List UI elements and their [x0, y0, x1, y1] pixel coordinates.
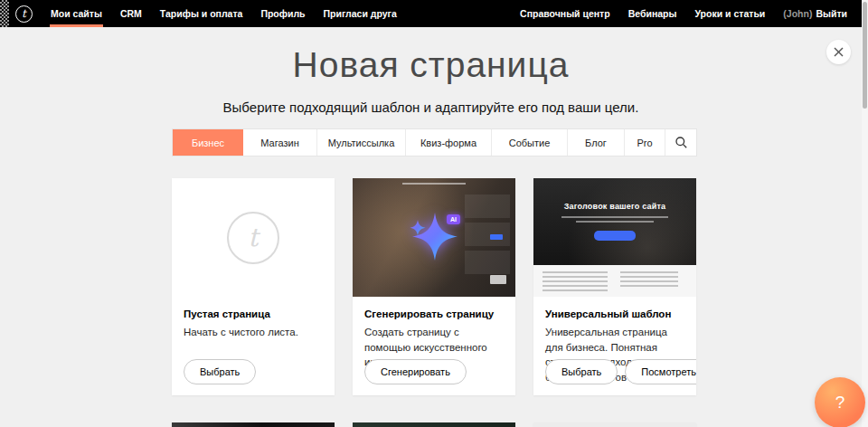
nav-lessons-articles[interactable]: Уроки и статьи: [685, 0, 774, 27]
nav-invite-friend[interactable]: Пригласи друга: [315, 0, 406, 27]
nav-crm[interactable]: CRM: [111, 0, 151, 27]
view-button[interactable]: Посмотреть: [625, 359, 696, 384]
preview-panels: [465, 195, 510, 279]
card-blank-page: t Пустая страница Начать с чистого листа…: [172, 178, 335, 395]
scrollbar-track[interactable]: [862, 0, 868, 427]
nav-profile[interactable]: Профиль: [251, 0, 314, 27]
new-page-screen: t Мои сайты CRM Тарифы и оплата Профиль …: [0, 0, 868, 427]
preview-white-card: [490, 275, 506, 284]
nav-my-sites[interactable]: Мои сайты: [42, 0, 111, 27]
nav-webinars[interactable]: Вебинары: [619, 0, 686, 27]
card-title: Универсальный шаблон: [545, 308, 684, 319]
template-card-partial[interactable]: [353, 422, 515, 427]
card-title: Пустая страница: [184, 308, 323, 319]
tab-event[interactable]: Событие: [492, 129, 568, 156]
tilda-circle-letter: t: [248, 223, 258, 252]
choose-button[interactable]: Выбрать: [545, 359, 618, 384]
preview-site-heading: Заголовок вашего сайта: [533, 202, 696, 211]
blank-page-preview: t: [172, 178, 335, 297]
card-title: Сгенерировать страницу: [364, 308, 504, 319]
preview-hero: Заголовок вашего сайта: [533, 178, 696, 265]
template-preview: [533, 422, 696, 427]
preview-blue-button: [490, 234, 503, 240]
close-button[interactable]: [826, 40, 851, 64]
tab-quiz-form[interactable]: Квиз-форма: [406, 129, 492, 156]
topbar: t Мои сайты CRM Тарифы и оплата Профиль …: [0, 0, 862, 27]
preview-navbar-line: [402, 183, 466, 185]
topbar-nav-right: Справочный центр Вебинары Уроки и статьи…: [511, 0, 862, 27]
nav-tariffs-payment[interactable]: Тарифы и оплата: [151, 0, 252, 27]
close-icon: [834, 47, 844, 57]
tab-blog[interactable]: Блог: [568, 129, 625, 156]
preview-subtitle-line: [561, 216, 668, 218]
search-icon: [675, 137, 687, 148]
template-preview: [172, 422, 335, 427]
preview-text-column: [542, 271, 608, 291]
topbar-nav-left: Мои сайты CRM Тарифы и оплата Профиль Пр…: [42, 0, 406, 27]
tab-search[interactable]: [665, 129, 696, 156]
tilda-circle-logo: t: [227, 212, 279, 264]
template-card-partial[interactable]: [172, 422, 335, 427]
preview-cta-button: [594, 231, 636, 241]
card-description: Начать с чистого листа.: [184, 325, 323, 340]
template-cards-grid: t Пустая страница Начать с чистого листа…: [172, 178, 696, 427]
choose-button[interactable]: Выбрать: [184, 359, 256, 384]
corner-texture: [0, 0, 9, 27]
tab-multilink[interactable]: Мультиссылка: [317, 129, 406, 156]
card-generate-page: AI Сгенерировать страницу Создать страни…: [353, 178, 515, 395]
page-title: Новая страница: [0, 45, 862, 85]
tab-pro[interactable]: Pro: [625, 129, 665, 156]
universal-template-preview: Заголовок вашего сайта: [533, 178, 696, 297]
page-subtitle: Выберите подходящий шаблон и адаптируйте…: [0, 100, 862, 115]
card-universal-template: Заголовок вашего сайта Универсальный шаб…: [533, 178, 696, 395]
ai-badge: AI: [447, 214, 460, 224]
template-card-partial[interactable]: [533, 422, 696, 427]
help-button[interactable]: ?: [815, 377, 865, 427]
nav-help-center[interactable]: Справочный центр: [511, 0, 619, 27]
user-name: (John): [774, 0, 814, 27]
template-preview: [353, 422, 515, 427]
logout-link[interactable]: Выйти: [814, 0, 856, 27]
tilda-logo[interactable]: t: [15, 5, 33, 23]
preview-text-section: [533, 265, 696, 297]
tab-business[interactable]: Бизнес: [173, 129, 243, 156]
preview-subtitle-line: [576, 221, 654, 223]
help-button-label: ?: [835, 393, 845, 413]
ai-generate-preview: AI: [353, 178, 515, 297]
template-category-tabs: Бизнес Магазин Мультиссылка Квиз-форма С…: [172, 128, 697, 157]
scrollbar-thumb[interactable]: [863, 2, 867, 109]
tab-shop[interactable]: Магазин: [243, 129, 317, 156]
generate-button[interactable]: Сгенерировать: [364, 359, 467, 384]
tilda-logo-letter: t: [22, 8, 26, 19]
preview-text-column: [620, 271, 678, 287]
